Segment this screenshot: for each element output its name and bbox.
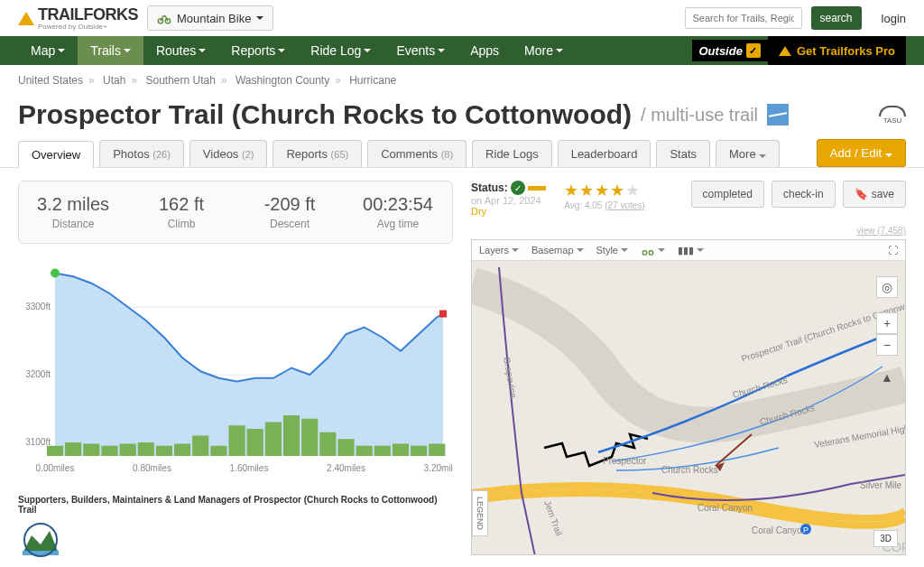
map-canvas: Prospector Trail (Church Rocks to Cotton…: [472, 240, 905, 555]
stat-climb-value: 162 ft: [127, 194, 236, 215]
svg-text:Silver Mile: Silver Mile: [860, 480, 902, 490]
svg-rect-32: [393, 444, 409, 457]
activity-label: Mountain Bike: [177, 12, 251, 25]
svg-rect-29: [337, 439, 354, 456]
breadcrumb: United States» Utah» Southern Utah» Wash…: [0, 65, 924, 96]
nav-map[interactable]: Map: [18, 36, 78, 65]
nav-events[interactable]: Events: [383, 36, 457, 65]
breadcrumb-item[interactable]: Utah: [103, 74, 125, 87]
svg-rect-14: [65, 442, 81, 456]
svg-rect-23: [228, 425, 245, 456]
tab-ridelogs[interactable]: Ride Logs: [472, 140, 552, 167]
elevation-chart[interactable]: 3100ft3200ft3300ft0.00miles0.80miles1.60…: [18, 262, 453, 479]
bike-icon: [157, 11, 171, 25]
breadcrumb-item[interactable]: Hurricane: [349, 74, 396, 87]
svg-text:1.60miles: 1.60miles: [230, 463, 269, 473]
logo-icon: [18, 12, 34, 25]
svg-text:3100ft: 3100ft: [25, 437, 51, 447]
chevron-down-icon: [256, 16, 263, 20]
breadcrumb-item[interactable]: Washington County: [236, 74, 329, 87]
svg-text:Prospector: Prospector: [603, 456, 647, 466]
add-edit-button[interactable]: Add / Edit: [817, 139, 907, 167]
svg-rect-21: [192, 436, 208, 457]
map-compass-icon[interactable]: ▲: [876, 367, 898, 388]
warning-icon: [779, 46, 791, 56]
login-link[interactable]: login: [882, 12, 906, 25]
bookmark-icon: 🔖: [855, 188, 868, 200]
stat-avgtime-value: 00:23:54: [344, 194, 452, 215]
svg-point-40: [649, 251, 653, 256]
tab-reports[interactable]: Reports (65): [273, 140, 362, 167]
trail-map[interactable]: Layers Basemap Style ▮▮▮ ⛶ ◎ + − ▲: [471, 239, 906, 555]
svg-text:0.80miles: 0.80miles: [133, 463, 171, 473]
svg-rect-28: [319, 432, 336, 456]
map-locate-button[interactable]: ◎: [876, 276, 898, 298]
status-ok-icon: ✓: [511, 181, 525, 195]
votes-link[interactable]: (27 votes): [605, 200, 644, 210]
save-button[interactable]: 🔖save: [843, 181, 906, 208]
svg-text:Coral Canyon: Coral Canyon: [752, 525, 807, 535]
svg-text:3300ft: 3300ft: [25, 302, 51, 311]
nav-reports[interactable]: Reports: [218, 36, 298, 65]
svg-rect-16: [101, 446, 117, 456]
club-logo[interactable]: TASU: [879, 106, 906, 125]
tab-stats[interactable]: Stats: [656, 140, 710, 167]
svg-rect-20: [174, 444, 190, 457]
tab-more[interactable]: More: [716, 140, 780, 167]
map-zoom-out-button[interactable]: −: [876, 334, 898, 356]
tab-comments[interactable]: Comments (8): [367, 140, 467, 167]
svg-rect-22: [210, 446, 226, 456]
nav-apps[interactable]: Apps: [457, 36, 512, 65]
svg-rect-30: [356, 446, 373, 456]
tab-overview[interactable]: Overview: [18, 141, 94, 168]
map-basemap-button[interactable]: Basemap: [531, 244, 583, 256]
svg-rect-31: [374, 446, 391, 456]
rating-stars[interactable]: ★★★★★: [564, 181, 644, 200]
map-layers-button[interactable]: Layers: [479, 244, 519, 256]
view-count-link[interactable]: view (7,458): [471, 226, 906, 236]
nav-more[interactable]: More: [512, 36, 576, 65]
svg-rect-27: [301, 419, 318, 456]
map-more-button[interactable]: ▮▮▮: [678, 244, 704, 256]
get-pro-button[interactable]: Get Trailforks Pro: [768, 36, 906, 65]
map-activity-button[interactable]: [641, 244, 665, 256]
svg-text:0.00miles: 0.00miles: [36, 463, 75, 473]
activity-selector[interactable]: Mountain Bike: [147, 5, 273, 31]
tab-photos[interactable]: Photos (26): [99, 140, 184, 167]
svg-rect-13: [47, 446, 63, 456]
nav-ridelog[interactable]: Ride Log: [298, 36, 383, 65]
nav-trails[interactable]: Trails: [78, 36, 143, 65]
map-legend-toggle[interactable]: LEGEND: [472, 490, 488, 536]
plus-icon: ✓: [746, 43, 761, 58]
search-input[interactable]: [685, 7, 802, 29]
completed-button[interactable]: completed: [691, 181, 764, 208]
map-3d-button[interactable]: 3D: [873, 530, 898, 547]
supporters-heading: Supporters, Builders, Maintainers & Land…: [18, 495, 453, 515]
svg-rect-36: [439, 311, 447, 318]
map-zoom-in-button[interactable]: +: [876, 312, 898, 334]
logo[interactable]: TRAILFORKS Powered by Outside+: [18, 5, 138, 31]
map-fullscreen-button[interactable]: ⛶: [888, 244, 898, 256]
search-button[interactable]: search: [811, 6, 862, 30]
svg-text:2.40miles: 2.40miles: [327, 463, 365, 473]
svg-point-39: [642, 251, 647, 256]
status-bar-icon: [528, 186, 546, 191]
stat-descent-value: -209 ft: [236, 194, 344, 215]
breadcrumb-item[interactable]: Southern Utah: [145, 74, 215, 87]
stats-summary: 3.2 milesDistance 162 ftClimb -209 ftDes…: [18, 181, 453, 244]
svg-rect-17: [120, 444, 136, 457]
tab-leaderboard[interactable]: Leaderboard: [558, 140, 651, 167]
checkin-button[interactable]: check-in: [772, 181, 836, 208]
map-style-button[interactable]: Style: [596, 244, 628, 256]
svg-text:P: P: [803, 525, 808, 534]
svg-text:Coral Canyon: Coral Canyon: [698, 503, 753, 513]
nav-routes[interactable]: Routes: [143, 36, 218, 65]
outside-badge[interactable]: Outside✓: [692, 40, 768, 61]
blm-logo[interactable]: [18, 522, 63, 558]
svg-rect-18: [138, 442, 154, 456]
svg-rect-34: [429, 444, 445, 457]
tab-videos[interactable]: Videos (2): [189, 140, 268, 167]
status-label: Status:: [471, 181, 508, 194]
svg-point-35: [51, 269, 60, 278]
breadcrumb-item[interactable]: United States: [18, 74, 83, 87]
